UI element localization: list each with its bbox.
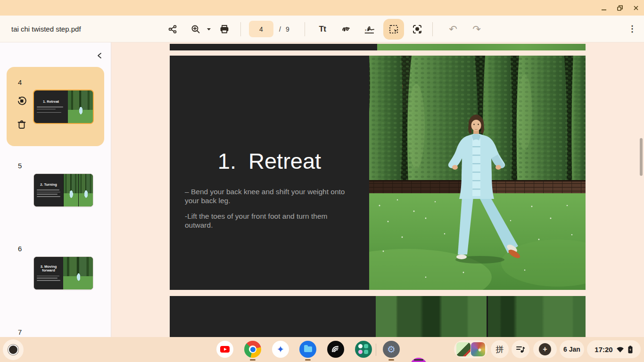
pen-draw-icon[interactable] <box>340 23 352 35</box>
rotate-page-icon[interactable] <box>17 96 27 106</box>
thumbnail-photo <box>68 90 93 123</box>
launcher-button[interactable] <box>3 339 24 360</box>
toolbar-divider <box>432 22 433 36</box>
page4-slide: 1.Retreat – Bend your back knee and shif… <box>170 56 586 290</box>
media-controls[interactable] <box>512 340 529 358</box>
screen: tai chi twisted step.pdf 4 / 9 <box>0 0 644 362</box>
zoom-dropdown-icon[interactable] <box>203 23 215 35</box>
camera-scan-icon[interactable] <box>411 23 423 35</box>
active-app-indicator <box>414 359 423 361</box>
page-number-label: 6 <box>18 245 22 253</box>
close-icon[interactable] <box>632 4 640 12</box>
thumbnail-title-line2: forward <box>42 268 55 272</box>
clock-label: 17:20 <box>594 346 612 354</box>
signature-icon[interactable]: x <box>363 23 376 35</box>
page3-photo-edge <box>377 44 586 50</box>
battery-charging-icon <box>627 346 633 354</box>
vertical-scrollbar[interactable] <box>640 138 643 176</box>
date-button[interactable]: 6 Jan <box>560 340 584 358</box>
undo-icon[interactable]: ↶ <box>447 23 459 35</box>
new-item-button[interactable]: + <box>533 340 557 358</box>
slide-text-panel: 1.Retreat – Bend your back knee and shif… <box>170 56 369 290</box>
pdf-toolbar: tai chi twisted step.pdf 4 / 9 <box>0 16 644 42</box>
slide-title-number: 1. <box>218 148 236 173</box>
window-titlebar <box>0 0 644 16</box>
running-app-indicator <box>250 359 256 361</box>
tote-thumbnail-2[interactable] <box>471 342 485 356</box>
slide-title-word: Retreat <box>248 148 321 173</box>
page-total-label: 9 <box>286 25 289 33</box>
document-title: tai chi twisted step.pdf <box>11 25 81 33</box>
thumbnail-title: 1. Retreat <box>37 100 65 104</box>
slide-bullet-1: – Bend your back knee and shift your wei… <box>185 188 355 206</box>
date-label: 6 Jan <box>563 346 580 353</box>
page5-thumbnail[interactable]: 2. Turning <box>34 174 93 206</box>
files-app-icon[interactable] <box>299 341 316 358</box>
thumbnail-photo <box>63 174 78 206</box>
page-divider-label: / <box>279 25 281 33</box>
minimize-icon[interactable] <box>600 4 608 12</box>
gemini-app-icon[interactable]: ✦ <box>272 341 289 358</box>
page5-photo-right <box>488 296 586 337</box>
redo-icon[interactable]: ↷ <box>471 23 483 35</box>
running-app-indicator <box>388 359 394 361</box>
page5-photo-left <box>376 296 487 337</box>
more-options-icon[interactable]: ⋮ <box>628 24 636 34</box>
restore-icon[interactable] <box>616 4 624 12</box>
tote-holding-space[interactable] <box>454 340 487 358</box>
page5-top-edge <box>170 296 586 337</box>
thumbnail-slide-text: 2. Turning <box>34 174 63 206</box>
zoom-icon[interactable] <box>190 23 202 35</box>
slide-body: – Bend your back knee and shift your wei… <box>185 188 355 230</box>
collapse-sidebar-icon[interactable] <box>93 49 106 62</box>
toolbar-divider <box>305 22 305 36</box>
page-number-label: 4 <box>18 78 22 86</box>
thumbnail-photo <box>63 257 93 289</box>
delete-page-icon[interactable] <box>17 119 27 130</box>
page-number-label: 5 <box>18 162 22 170</box>
ime-label: 拼 <box>496 344 504 355</box>
youtube-app-icon[interactable] <box>216 341 233 358</box>
podcast-arcs-app-icon[interactable] <box>327 341 344 358</box>
chrome-app-icon[interactable] <box>244 341 261 358</box>
page-number-input[interactable]: 4 <box>249 21 273 37</box>
thumbnail-photo <box>78 174 93 206</box>
slide-photo <box>369 56 586 290</box>
settings-app-icon[interactable]: ⚙ <box>383 341 400 358</box>
tote-thumbnail-1[interactable] <box>456 342 471 356</box>
music-queue-icon <box>516 345 525 354</box>
folder-icon <box>304 346 312 352</box>
running-app-indicator <box>305 359 311 361</box>
print-icon[interactable] <box>218 23 231 35</box>
thumbnail-slide-text: 1. Retreat <box>34 90 68 123</box>
page4-thumbnail[interactable]: 1. Retreat <box>34 90 93 123</box>
tai-chi-photo-illustration <box>369 56 586 290</box>
shelf: ✦ ⚙ ✦ 拼 <box>0 337 644 362</box>
svg-text:x: x <box>365 28 367 32</box>
slide-bullet-2: -Lift the toes of your front foot and tu… <box>185 212 355 230</box>
pdf-viewport[interactable]: 1.Retreat – Bend your back knee and shif… <box>111 42 644 337</box>
toolbar-divider <box>240 22 241 36</box>
thumbnail-slide-text: 3. Moving forward <box>34 257 63 289</box>
status-tray[interactable]: 17:20 <box>587 340 641 358</box>
text-annotation-icon[interactable]: Tt <box>316 23 329 35</box>
ime-indicator[interactable]: 拼 <box>491 340 509 358</box>
page3-bottom-edge <box>170 44 586 50</box>
wifi-icon <box>616 346 624 353</box>
plus-icon: + <box>539 343 551 355</box>
launcher-icon <box>8 345 18 355</box>
shapes-app-icon[interactable] <box>355 341 372 358</box>
thumbnail-title: 2. Turning <box>37 183 60 187</box>
slide-title: 1.Retreat <box>170 148 369 174</box>
shelf-divider <box>376 344 376 356</box>
selected-page-card[interactable]: 4 1. Retreat <box>7 67 104 146</box>
page-number-label: 7 <box>18 328 22 336</box>
marquee-select-tool-active[interactable] <box>383 19 404 40</box>
thumbnail-sidebar: 4 1. Retreat <box>0 42 111 337</box>
share-icon[interactable] <box>166 23 179 35</box>
page6-thumbnail[interactable]: 3. Moving forward <box>34 257 93 289</box>
